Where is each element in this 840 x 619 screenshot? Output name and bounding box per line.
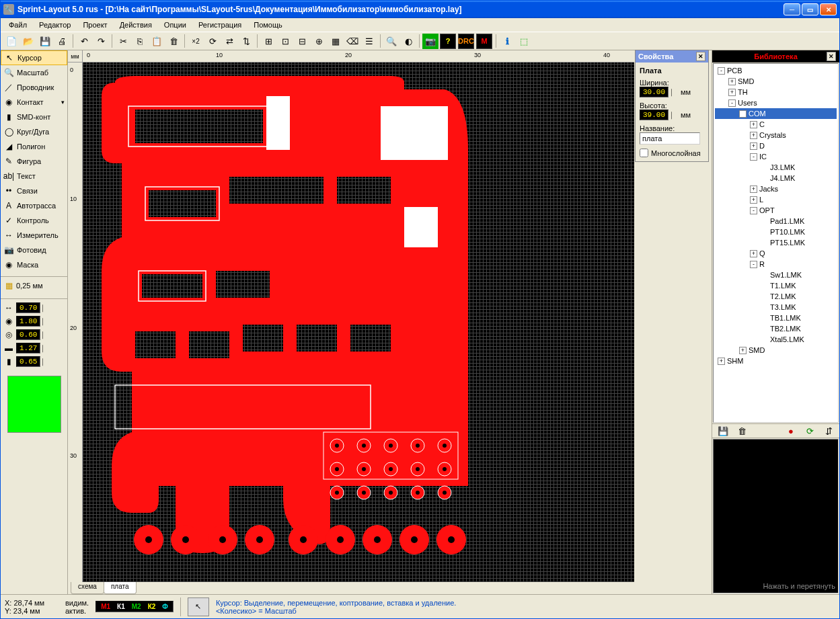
duplicate-button[interactable]: ×2 xyxy=(188,34,204,49)
cut-button[interactable]: ✂ xyxy=(115,34,131,49)
tree-toggle-icon[interactable]: - xyxy=(728,99,736,107)
lib-flip-button[interactable]: ⇵ xyxy=(820,423,837,439)
tree-node-sw1-lmk[interactable]: Sw1.LMK xyxy=(715,270,837,280)
align-button[interactable]: ⊞ xyxy=(260,34,276,49)
tree-node-com[interactable]: -COM xyxy=(715,108,837,119)
tree-node-d[interactable]: +D xyxy=(715,140,837,151)
tree-node-xtal5-lmk[interactable]: Xtal5.LMK xyxy=(715,334,837,345)
grid-size[interactable]: ▦0,25 мм xyxy=(3,280,65,292)
open-button[interactable]: 📂 xyxy=(20,34,36,49)
tree-node-smd[interactable]: +SMD xyxy=(715,345,837,356)
tool-маска[interactable]: ◉Маска xyxy=(1,257,67,272)
mirror-h-button[interactable]: ⇄ xyxy=(221,34,237,49)
tree-node-l[interactable]: +L xyxy=(715,194,837,205)
color-preview[interactable] xyxy=(7,376,61,433)
info-button[interactable]: ℹ xyxy=(499,34,515,49)
new-button[interactable]: 📄 xyxy=(3,34,20,49)
library-tree[interactable]: -PCB+SMD+TH-Users-COM+C+Crystals+D-ICJ3.… xyxy=(713,63,839,423)
tree-node-j3-lmk[interactable]: J3.LMK xyxy=(715,162,837,173)
tree-node-opt[interactable]: -OPT xyxy=(715,205,837,216)
width-value[interactable]: 30.00 xyxy=(640,87,669,97)
tool-курсор[interactable]: ↖Курсор xyxy=(1,50,67,65)
tree-toggle-icon[interactable]: + xyxy=(750,185,757,193)
param-smd-h[interactable]: ▮0.65⎸ xyxy=(3,356,65,368)
param-pad-out[interactable]: ◉1.80⎸ xyxy=(3,315,65,327)
tree-toggle-icon[interactable]: - xyxy=(750,261,757,268)
tree-toggle-icon[interactable]: + xyxy=(728,89,736,96)
tool-измеритель[interactable]: ↔Измеритель xyxy=(1,228,67,243)
param-pad-in[interactable]: ◎0.60⎸ xyxy=(3,329,65,341)
tool-фотовид[interactable]: 📷Фотовид xyxy=(1,243,67,257)
paste-button[interactable]: 📋 xyxy=(149,34,165,49)
tree-toggle-icon[interactable]: - xyxy=(739,110,747,118)
contrast-button[interactable]: ◐ xyxy=(400,34,416,49)
tool-контакт[interactable]: ◉Контакт▾ xyxy=(1,95,67,110)
tree-node-tb2-lmk[interactable]: TB2.LMK xyxy=(715,323,837,334)
tree-node-tb1-lmk[interactable]: TB1.LMK xyxy=(715,313,837,323)
ungroup-button[interactable]: ⊟ xyxy=(294,34,310,49)
delete-button[interactable]: 🗑 xyxy=(165,34,182,49)
tree-toggle-icon[interactable]: + xyxy=(739,347,747,354)
name-input[interactable] xyxy=(640,132,700,145)
tree-toggle-icon[interactable]: + xyxy=(750,142,757,150)
tab-board[interactable]: плата xyxy=(104,582,137,594)
tree-toggle-icon[interactable]: + xyxy=(750,196,757,204)
tool-автотрасса[interactable]: AАвтотрасса xyxy=(1,198,67,213)
mirror-v-button[interactable]: ⇅ xyxy=(238,34,254,49)
redo-button[interactable]: ↷ xyxy=(93,34,109,49)
tree-node-jacks[interactable]: +Jacks xyxy=(715,183,837,194)
print-button[interactable]: 🖨 xyxy=(54,34,70,49)
lib-record-button[interactable]: ● xyxy=(783,423,799,439)
tab-schema[interactable]: схема xyxy=(71,582,104,594)
tree-toggle-icon[interactable]: - xyxy=(718,67,725,75)
macro-button[interactable]: M xyxy=(476,34,492,49)
group-button[interactable]: ⊡ xyxy=(277,34,293,49)
lib-save-button[interactable]: 💾 xyxy=(715,423,731,439)
tree-toggle-icon[interactable]: + xyxy=(750,132,757,139)
copy-button[interactable]: ⎘ xyxy=(132,34,148,49)
tree-toggle-icon[interactable]: + xyxy=(750,250,757,257)
tree-node-pcb[interactable]: -PCB xyxy=(715,65,837,76)
tree-toggle-icon[interactable]: + xyxy=(718,358,725,365)
save-button[interactable]: 💾 xyxy=(37,34,53,49)
tree-node-t3-lmk[interactable]: T3.LMK xyxy=(715,302,837,313)
pcb-canvas[interactable] xyxy=(83,63,634,582)
tool-smd-конт[interactable]: ▮SMD-конт xyxy=(1,110,67,124)
minimize-button[interactable]: ─ xyxy=(784,3,800,15)
menu-project[interactable]: Проект xyxy=(77,19,112,30)
menu-help[interactable]: Помощь xyxy=(248,19,288,30)
remove-button[interactable]: ⌫ xyxy=(344,34,360,49)
tree-node-pt15-lmk[interactable]: PT15.LMK xyxy=(715,237,837,248)
layer-k2[interactable]: К2 xyxy=(146,603,158,610)
tree-toggle-icon[interactable]: - xyxy=(750,153,757,161)
tool-текст[interactable]: ab|Текст xyxy=(1,169,67,183)
tree-node-crystals[interactable]: +Crystals xyxy=(715,130,837,140)
undo-button[interactable]: ↶ xyxy=(76,34,92,49)
multilayer-check[interactable]: Многослойная xyxy=(640,149,704,157)
lib-preview[interactable]: Нажать и перетянуть xyxy=(713,439,839,593)
menu-actions[interactable]: Действия xyxy=(114,19,157,30)
tree-toggle-icon[interactable]: + xyxy=(728,78,736,85)
layer-k1[interactable]: К1 xyxy=(115,603,127,610)
menu-register[interactable]: Регистрация xyxy=(193,19,247,30)
tree-node-users[interactable]: -Users xyxy=(715,97,837,108)
lib-close-button[interactable]: ✕ xyxy=(827,52,836,61)
snap-button[interactable]: ⊕ xyxy=(311,34,327,49)
scanner-button[interactable]: 📷 xyxy=(422,34,438,49)
tree-node-smd[interactable]: +SMD xyxy=(715,76,837,87)
tree-toggle-icon[interactable]: - xyxy=(750,207,757,214)
layer-f[interactable]: Ф xyxy=(160,603,170,610)
lib-delete-button[interactable]: 🗑 xyxy=(734,423,750,439)
tree-node-t2-lmk[interactable]: T2.LMK xyxy=(715,291,837,302)
tree-toggle-icon[interactable]: + xyxy=(750,121,757,128)
menu-edit[interactable]: Редактор xyxy=(34,19,76,30)
tool-связи[interactable]: ••Связи xyxy=(1,183,67,198)
check1-button[interactable]: ? xyxy=(440,34,456,49)
drc-button[interactable]: DRC xyxy=(458,34,474,49)
param-smd-w[interactable]: ▬1.27⎸ xyxy=(3,342,65,354)
tree-node-j4-lmk[interactable]: J4.LMK xyxy=(715,173,837,183)
tool-полигон[interactable]: ◢Полигон xyxy=(1,139,67,154)
layer-button[interactable]: ☰ xyxy=(361,34,377,49)
rotate-button[interactable]: ⟳ xyxy=(204,34,221,49)
tool-масштаб[interactable]: 🔍Масштаб xyxy=(1,65,67,80)
